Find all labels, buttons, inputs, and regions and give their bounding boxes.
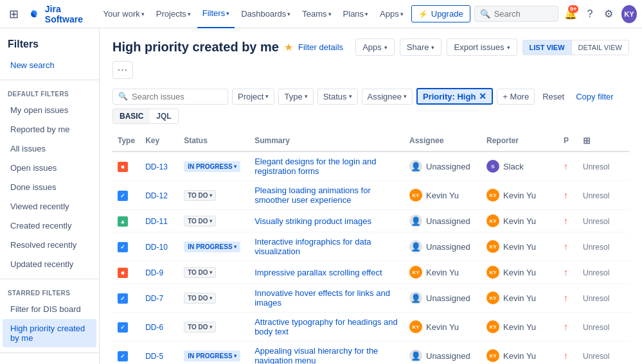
issue-key-cell[interactable]: DD-13 (140, 152, 179, 181)
status-badge[interactable]: TO DO▾ (184, 267, 215, 278)
issue-key-cell[interactable]: DD-9 (140, 261, 179, 284)
issue-status-cell[interactable]: IN PROGRESS▾ (179, 152, 249, 181)
status-badge[interactable]: TO DO▾ (184, 322, 215, 333)
col-header-priority[interactable]: P (558, 130, 578, 152)
status-badge[interactable]: TO DO▾ (184, 190, 215, 201)
issue-summary-cell[interactable]: Attractive typography for headings and b… (249, 313, 404, 342)
issue-summary-cell[interactable]: Visually striking product images (249, 210, 404, 232)
issue-summary-cell[interactable]: Interactive infographics for data visual… (249, 232, 404, 261)
table-row[interactable]: ■DD-9TO DO▾Impressive parallax scrolling… (112, 261, 629, 284)
issue-key[interactable]: DD-12 (145, 191, 168, 200)
topnav-your-work[interactable]: Your work ▾ (98, 0, 149, 28)
sidebar-item-open-issues[interactable]: Open issues (3, 159, 96, 177)
sidebar-item-all-issues[interactable]: All issues (3, 139, 96, 158)
upgrade-button[interactable]: ⚡ Upgrade (411, 5, 470, 22)
issue-summary-link[interactable]: Pleasing loading animations for smoother… (254, 186, 371, 205)
issues-search-input[interactable] (132, 92, 222, 101)
issue-summary-cell[interactable]: Pleasing loading animations for smoother… (249, 181, 404, 210)
issue-status-cell[interactable]: TO DO▾ (179, 284, 249, 313)
table-row[interactable]: ✓DD-5IN PROGRESS▾Appealing visual hierar… (112, 342, 629, 365)
issue-key[interactable]: DD-5 (145, 352, 163, 361)
col-header-assignee[interactable]: Assignee (404, 130, 481, 152)
issue-key[interactable]: DD-6 (145, 323, 163, 332)
search-input[interactable] (494, 9, 553, 19)
col-header-type[interactable]: Type (112, 130, 140, 152)
sidebar-item-updated-recently[interactable]: Updated recently (3, 255, 96, 273)
issue-status-cell[interactable]: IN PROGRESS▾ (179, 342, 249, 365)
table-row[interactable]: ✓DD-10IN PROGRESS▾Interactive infographi… (112, 232, 629, 261)
col-header-reporter[interactable]: Reporter (481, 130, 558, 152)
project-filter-button[interactable]: Project ▾ (232, 89, 274, 105)
topnav-teams[interactable]: Teams ▾ (297, 0, 336, 28)
user-avatar[interactable]: KY (621, 5, 637, 23)
filter-details-link[interactable]: Filter details (298, 42, 343, 52)
issue-summary-link[interactable]: Innovative hover effects for links and i… (254, 288, 390, 308)
app-switcher-button[interactable]: ⊞ (5, 4, 22, 24)
export-button[interactable]: Export issues ▾ (447, 39, 517, 56)
sidebar-item-high-priority[interactable]: High priority created by me (3, 319, 96, 347)
issue-key[interactable]: DD-9 (145, 268, 163, 277)
sidebar-item-reported-by-me[interactable]: Reported by me (3, 120, 96, 139)
search-box[interactable]: 🔍 (474, 6, 558, 22)
status-badge[interactable]: TO DO▾ (184, 293, 215, 304)
table-row[interactable]: ✓DD-7TO DO▾Innovative hover effects for … (112, 284, 629, 313)
issue-summary-cell[interactable]: Innovative hover effects for links and i… (249, 284, 404, 313)
issue-key-cell[interactable]: DD-7 (140, 284, 179, 313)
new-search-item[interactable]: New search (3, 56, 96, 74)
topnav-filters[interactable]: Filters ▾ (197, 0, 235, 28)
status-filter-button[interactable]: Status ▾ (317, 89, 358, 105)
copy-filter-button[interactable]: Copy filter (572, 89, 618, 104)
topnav-apps[interactable]: Apps ▾ (375, 0, 409, 28)
apps-button[interactable]: Apps ▾ (355, 39, 395, 56)
issue-key-cell[interactable]: DD-12 (140, 181, 179, 210)
column-settings-icon[interactable]: ⊞ (583, 135, 591, 146)
star-icon[interactable]: ★ (284, 41, 293, 53)
issue-key-cell[interactable]: DD-10 (140, 232, 179, 261)
sidebar-item-filter-dis-board[interactable]: Filter for DIS board (3, 300, 96, 318)
issue-summary-cell[interactable]: Appealing visual hierarchy for the navig… (249, 342, 404, 365)
issue-summary-link[interactable]: Impressive parallax scrolling effect (254, 268, 382, 277)
sidebar-item-done-issues[interactable]: Done issues (3, 178, 96, 196)
issue-summary-link[interactable]: Elegant designs for the login and regist… (254, 157, 376, 176)
help-button[interactable]: ? (581, 4, 598, 24)
issue-summary-link[interactable]: Interactive infographics for data visual… (254, 237, 371, 256)
issue-key[interactable]: DD-7 (145, 294, 163, 303)
status-badge[interactable]: TO DO▾ (184, 216, 215, 227)
list-view-button[interactable]: LIST VIEW (523, 40, 572, 55)
table-row[interactable]: ✓DD-6TO DO▾Attractive typography for hea… (112, 313, 629, 342)
col-header-summary[interactable]: Summary (249, 130, 404, 152)
status-badge[interactable]: IN PROGRESS▾ (184, 241, 240, 252)
detail-view-button[interactable]: DETAIL VIEW (572, 40, 629, 55)
table-row[interactable]: ▲DD-11TO DO▾Visually striking product im… (112, 210, 629, 232)
topnav-plans[interactable]: Plans ▾ (338, 0, 374, 28)
issue-status-cell[interactable]: TO DO▾ (179, 210, 249, 232)
settings-button[interactable]: ⚙ (600, 4, 618, 24)
status-badge[interactable]: IN PROGRESS▾ (184, 161, 240, 172)
table-row[interactable]: ✓DD-12TO DO▾Pleasing loading animations … (112, 181, 629, 210)
status-badge[interactable]: IN PROGRESS▾ (184, 351, 240, 361)
issue-status-cell[interactable]: TO DO▾ (179, 181, 249, 210)
table-row[interactable]: ■DD-13IN PROGRESS▾Elegant designs for th… (112, 152, 629, 181)
sidebar-item-my-open-issues[interactable]: My open issues (3, 101, 96, 119)
issues-search[interactable]: 🔍 (112, 89, 228, 105)
issue-status-cell[interactable]: IN PROGRESS▾ (179, 232, 249, 261)
issue-key[interactable]: DD-10 (145, 243, 168, 252)
topnav-dashboards[interactable]: Dashboards ▾ (236, 0, 296, 28)
issue-status-cell[interactable]: TO DO▾ (179, 261, 249, 284)
issue-status-cell[interactable]: TO DO▾ (179, 313, 249, 342)
priority-filter-tag[interactable]: Priority: High ✕ (416, 88, 493, 105)
issue-summary-cell[interactable]: Impressive parallax scrolling effect (249, 261, 404, 284)
assignee-filter-button[interactable]: Assignee ▾ (362, 89, 413, 105)
type-filter-button[interactable]: Type ▾ (278, 89, 313, 105)
reset-button[interactable]: Reset (539, 89, 568, 104)
sidebar-item-view-all-filters[interactable]: View all filters (3, 358, 96, 364)
issue-key[interactable]: DD-13 (145, 162, 168, 171)
issue-key-cell[interactable]: DD-5 (140, 342, 179, 365)
share-button[interactable]: Share ▾ (400, 39, 442, 56)
sidebar-item-created-recently[interactable]: Created recently (3, 216, 96, 235)
issue-key-cell[interactable]: DD-11 (140, 210, 179, 232)
more-filters-button[interactable]: + More (497, 89, 535, 105)
topnav-projects[interactable]: Projects ▾ (151, 0, 196, 28)
sidebar-item-viewed-recently[interactable]: Viewed recently (3, 197, 96, 216)
basic-view-button[interactable]: BASIC (113, 109, 150, 123)
